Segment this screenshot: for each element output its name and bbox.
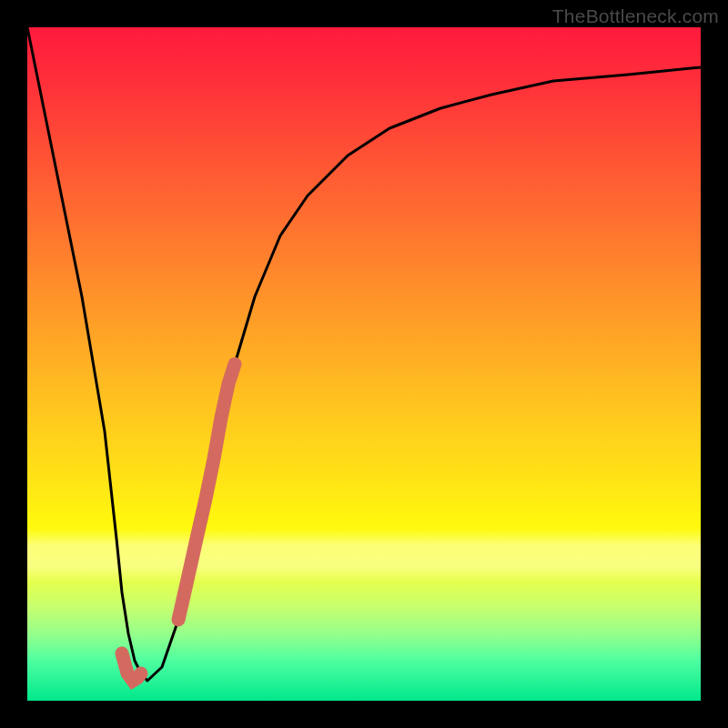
plot-area xyxy=(27,27,701,701)
bottleneck-curve xyxy=(27,27,701,681)
watermark-text: TheBottleneck.com xyxy=(552,5,719,27)
highlight-segment xyxy=(178,364,235,620)
chart-frame: TheBottleneck.com xyxy=(0,0,728,728)
curve-layer xyxy=(27,27,701,701)
